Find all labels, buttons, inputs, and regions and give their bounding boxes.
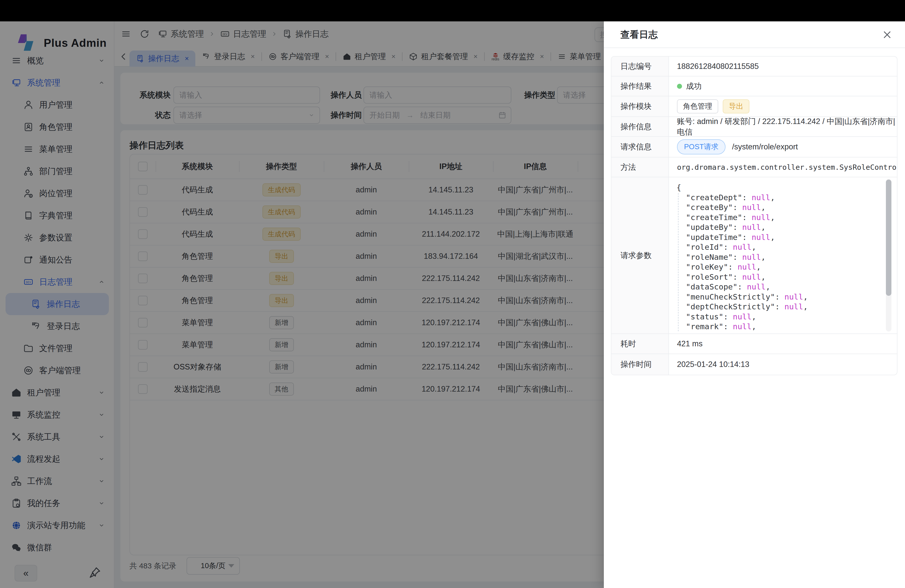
detail-label: 日志编号: [611, 57, 669, 76]
detail-value: 421 ms: [669, 334, 897, 354]
request-params-json[interactable]: { "createDept": null, "createBy": null, …: [669, 177, 897, 334]
request-path: /system/role/export: [732, 142, 798, 151]
detail-value: { "createDept": null, "createBy": null, …: [669, 177, 897, 334]
detail-row-request: 请求信息 POST请求 /system/role/export: [611, 137, 897, 157]
drawer-titlebar: 查看日志: [604, 21, 905, 48]
success-dot-icon: [677, 84, 682, 89]
view-log-drawer: 查看日志 日志编号 1882612840802115585 操作结果 成功 操作…: [604, 21, 905, 588]
detail-row-duration: 耗时 421 ms: [611, 334, 897, 354]
detail-value: POST请求 /system/role/export: [669, 137, 897, 157]
detail-value: 角色管理 导出: [669, 96, 897, 116]
detail-value: 1882612840802115585: [669, 57, 897, 76]
detail-row-params: 请求参数 { "createDept": null, "createBy": n…: [611, 177, 897, 334]
action-tag: 导出: [723, 99, 749, 113]
detail-label: 操作模块: [611, 96, 669, 116]
drawer-title: 查看日志: [621, 21, 657, 48]
module-tag: 角色管理: [677, 99, 718, 113]
detail-label: 操作结果: [611, 76, 669, 96]
detail-value: org.dromara.system.controller.system.Sys…: [669, 157, 897, 177]
detail-row-module: 操作模块 角色管理 导出: [611, 96, 897, 117]
detail-row-log-id: 日志编号 1882612840802115585: [611, 57, 897, 76]
detail-value: 账号: admin / 研发部门 / 222.175.114.242 / 中国|…: [669, 117, 897, 136]
scrollbar-thumb[interactable]: [886, 180, 891, 296]
detail-label: 操作时间: [611, 354, 669, 375]
detail-row-op-time: 操作时间 2025-01-24 10:14:13: [611, 354, 897, 375]
detail-label: 操作信息: [611, 117, 669, 136]
detail-label: 方法: [611, 157, 669, 177]
detail-value: 2025-01-24 10:14:13: [669, 354, 897, 375]
detail-row-method: 方法 org.dromara.system.controller.system.…: [611, 157, 897, 177]
detail-label: 耗时: [611, 334, 669, 354]
post-method-tag: POST请求: [677, 139, 726, 154]
detail-row-result: 操作结果 成功: [611, 76, 897, 96]
detail-row-op-info: 操作信息 账号: admin / 研发部门 / 222.175.114.242 …: [611, 117, 897, 137]
detail-label: 请求参数: [611, 177, 669, 334]
detail-label: 请求信息: [611, 137, 669, 157]
log-details-table: 日志编号 1882612840802115585 操作结果 成功 操作模块 角色…: [611, 56, 897, 375]
close-icon[interactable]: [881, 29, 894, 41]
detail-value: 成功: [669, 76, 897, 96]
